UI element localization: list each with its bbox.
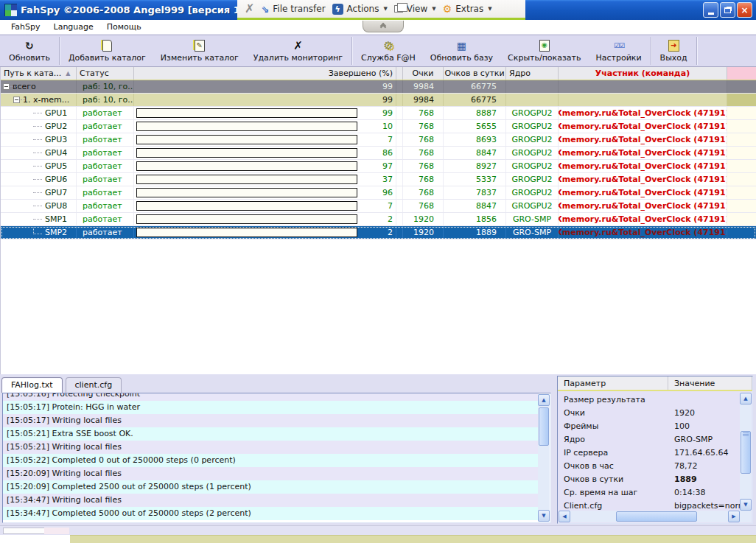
table-row[interactable]: GPU2 работает 10 768 5655 GROGPU2 Xmemor… [1, 120, 756, 133]
spacer-cell [396, 107, 403, 119]
close-button[interactable]: × [737, 2, 752, 18]
scroll-down-button[interactable]: ▼ [538, 510, 550, 522]
tree-connector-icon [33, 200, 42, 206]
column-header-core[interactable]: Ядро [506, 67, 559, 80]
points-cell: 768 [403, 200, 444, 212]
view-menu-button[interactable]: View ▼ [394, 4, 436, 14]
toolbar-button[interactable]: Обновить базу [423, 37, 500, 65]
progress-percent: 99 [382, 82, 393, 91]
bottom-panel: FAHlog.txt client.cfg [15:05:16] Protect… [0, 374, 756, 525]
log-tab[interactable]: FAHlog.txt [1, 377, 63, 393]
table-row[interactable]: GPU7 работает 96 768 7837 GROGPU2 Xmemor… [1, 186, 756, 200]
menu-item[interactable]: Помощь [100, 21, 148, 33]
member-cell: Xmemory.ru&Total_OverClock (47191) [559, 120, 727, 133]
points-cell: 9984 [403, 80, 444, 93]
toolbar-button[interactable]: Выход [653, 37, 697, 65]
menu-item[interactable]: FahSpy [4, 21, 47, 33]
toolbar-button[interactable]: Удалить мониторинг [246, 37, 352, 65]
minimize-button[interactable] [703, 2, 718, 18]
table-row[interactable]: SMP1 работает 2 1920 1856 GRO-SMP Xmemor… [1, 213, 756, 226]
table-row[interactable]: SMP2 работает 2 1920 1889 GRO-SMP Xmemor… [1, 226, 756, 239]
column-header-ppd[interactable]: Очков в сутки [444, 67, 506, 80]
tree-connector-icon [33, 228, 42, 234]
scroll-up-button[interactable]: ▲ [740, 393, 752, 404]
toolbar-button[interactable]: Служба F@H [354, 37, 423, 65]
progress-bar [136, 135, 357, 144]
log-line: [15:34:47] Completed 5000 out of 250000 … [3, 507, 539, 520]
table-row[interactable]: GPU1 работает 99 768 8887 GROGPU2 Xmemor… [1, 107, 756, 120]
column-header-extra [727, 67, 756, 80]
extras-menu-button[interactable]: ⚙ Extras ▼ [443, 4, 492, 14]
status-cell: работает [77, 147, 134, 159]
spacer-cell [396, 200, 403, 212]
core-cell [506, 94, 559, 106]
tree-connector-icon [13, 97, 20, 103]
client-path-cell: GPU2 [1, 120, 77, 133]
column-header-completed[interactable]: Завершено (%) [134, 67, 396, 80]
scroll-right-button[interactable]: ▶ [728, 511, 740, 522]
table-row[interactable]: 1. x-mem... раб: 10, го... 99 9984 66775 [1, 94, 756, 107]
parameters-list: Размер результата Очки 1920 Фреймы 100 [558, 393, 741, 511]
table-row[interactable]: GPU3 работает 7 768 8693 GROGPU2 Xmemory… [1, 133, 756, 147]
member-cell [559, 80, 727, 93]
table-row[interactable]: GPU6 работает 37 768 5337 GROGPU2 Xmemor… [1, 173, 756, 186]
extra-cell [727, 226, 756, 239]
core-cell: GROGPU2 [506, 147, 559, 159]
spacer-cell [396, 160, 403, 172]
ppd-cell: 8693 [444, 133, 506, 146]
scroll-thumb[interactable] [539, 407, 549, 446]
progress-percent: 99 [382, 108, 393, 118]
log-lines: [15:05:16] Protecting checkpoint [15:05:… [3, 393, 539, 520]
params-horizontal-scrollbar[interactable]: ◀ ▶ [559, 511, 740, 522]
toolbar-button[interactable]: Настройки [588, 37, 651, 65]
member-cell: Xmemory.ru&Total_OverClock (47191) [559, 213, 727, 225]
scroll-thumb[interactable] [616, 511, 697, 522]
scroll-left-button[interactable]: ◀ [559, 511, 570, 522]
toolbar-button[interactable]: Добавить каталог [61, 37, 153, 65]
toolbar-collapse-tab[interactable] [363, 21, 404, 32]
extra-cell [727, 120, 756, 133]
actions-menu-button[interactable]: ϟ Actions ▼ [332, 4, 388, 15]
toolbar-icon [383, 39, 393, 52]
tree-connector-icon [33, 174, 42, 180]
log-tabs: FAHlog.txt client.cfg [1, 376, 122, 393]
log-vertical-scrollbar[interactable]: ▲ ▼ [538, 394, 550, 522]
scroll-thumb[interactable] [741, 431, 751, 474]
column-header-spacer [396, 67, 403, 80]
core-cell: GROGPU2 [506, 186, 559, 199]
scroll-up-button[interactable]: ▲ [538, 394, 550, 406]
file-transfer-button[interactable]: ⇘ File transfer [261, 4, 325, 15]
core-cell: GROGPU2 [506, 107, 559, 119]
column-header-path[interactable]: Путь к ката... ▲ [1, 67, 77, 80]
spacer-cell [396, 147, 403, 159]
status-cell: работает [77, 200, 134, 212]
param-name-header[interactable]: Параметр [558, 376, 668, 390]
column-header-status[interactable]: Статус [77, 67, 134, 80]
member-cell: Xmemory.ru&Total_OverClock (47191) [559, 186, 727, 199]
log-tab[interactable]: client.cfg [66, 377, 122, 393]
toolbar-button[interactable]: Обновить [1, 37, 60, 65]
table-row[interactable]: GPU5 работает 97 768 8927 GROGPU2 Xmemor… [1, 160, 756, 173]
core-cell: GROGPU2 [506, 173, 559, 186]
progress-percent: 7 [388, 135, 393, 144]
toolbar-button[interactable]: Изменить каталог [153, 37, 246, 65]
params-vertical-scrollbar[interactable]: ▲ ▼ [740, 393, 752, 511]
table-row[interactable]: GPU4 работает 86 768 8847 GROGPU2 Xmemor… [1, 147, 756, 160]
spacer-cell [396, 186, 403, 199]
table-row[interactable]: всего раб: 10, го... 99 9984 66775 [1, 80, 756, 94]
scroll-down-button[interactable]: ▼ [740, 499, 752, 511]
toolbar-button[interactable]: Скрыть/показать [500, 37, 588, 65]
parameter-row: Client.cfg bigpackets=normal, [558, 499, 741, 511]
column-header-points[interactable]: Очки [403, 67, 444, 80]
session-close-icon[interactable]: ✗ [245, 3, 254, 15]
param-value-header[interactable]: Значение [668, 376, 752, 390]
table-row[interactable]: GPU8 работает 7 768 8847 GROGPU2 Xmemory… [1, 200, 756, 213]
client-path-cell: GPU1 [1, 107, 77, 119]
restore-button[interactable] [720, 2, 735, 18]
status-cell: работает [77, 107, 134, 119]
menu-item[interactable]: Language [47, 21, 100, 33]
log-viewer[interactable]: [15:05:16] Protecting checkpoint [15:05:… [2, 393, 551, 523]
member-cell: Xmemory.ru&Total_OverClock (47191) [559, 173, 727, 186]
column-header-member[interactable]: Участник (команда) [559, 67, 727, 80]
extra-cell [727, 80, 756, 93]
